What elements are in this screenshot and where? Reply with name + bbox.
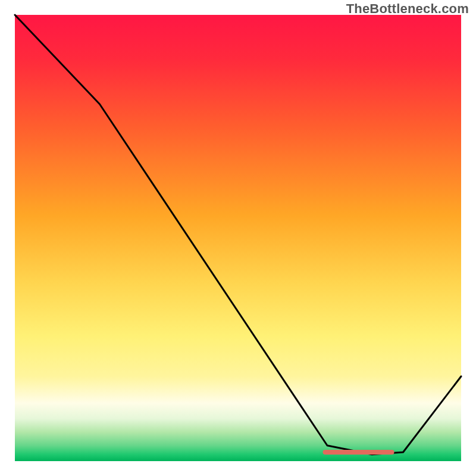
- bottleneck-chart: [0, 0, 476, 476]
- plot-background: [15, 15, 461, 461]
- selected-range-marker: [323, 450, 394, 455]
- chart-container: { "watermark": "TheBottleneck.com", "cha…: [0, 0, 476, 476]
- watermark-text: TheBottleneck.com: [346, 1, 469, 17]
